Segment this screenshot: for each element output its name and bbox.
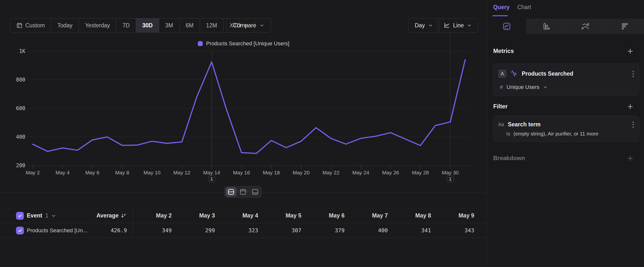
- date-column-header[interactable]: May 2: [130, 208, 172, 223]
- filter-card[interactable]: Aa Search term Is (empty string), Air pu…: [493, 116, 639, 142]
- tab-chart[interactable]: Chart: [517, 4, 531, 11]
- view-tab-funnels[interactable]: [526, 19, 566, 34]
- metrics-heading: Metrics: [493, 48, 514, 55]
- date-cell-value: 379: [303, 223, 345, 238]
- filter-kebab-menu[interactable]: [632, 120, 635, 130]
- annotation-badge[interactable]: 1: [447, 175, 454, 182]
- line-chart[interactable]: 1K800600400200May 2May 4May 6May 8May 10…: [0, 0, 487, 197]
- y-axis-label: 200: [16, 163, 25, 168]
- chart-only-icon: [239, 188, 247, 195]
- x-axis-label: May 20: [293, 170, 310, 175]
- date-cell-value: 343: [432, 223, 474, 238]
- date-column-header[interactable]: May 5: [260, 208, 301, 223]
- insights-line-icon: [502, 22, 511, 31]
- metric-card[interactable]: A Products Searched # Unique Users: [493, 64, 639, 96]
- x-axis-label: May 24: [352, 170, 369, 175]
- x-axis-label: May 28: [412, 170, 429, 175]
- y-axis-label: 1K: [19, 48, 26, 54]
- plus-icon: [626, 103, 634, 110]
- main-panel: CustomTodayYesterday7D30D3M6M12MXTD Comp…: [0, 0, 487, 267]
- date-cell-value: 323: [216, 223, 258, 238]
- chevron-down-icon: [543, 85, 548, 89]
- layout-split-button[interactable]: [225, 187, 237, 197]
- date-cell-value: 400: [346, 223, 388, 238]
- x-axis-label: May 14: [203, 170, 220, 175]
- filter-condition[interactable]: Is (empty string), Air purifier, or 11 m…: [506, 131, 598, 137]
- kebab-icon: [632, 121, 634, 129]
- date-column-header[interactable]: May 4: [216, 208, 258, 223]
- annotation-badge[interactable]: 1: [208, 175, 215, 182]
- x-axis-label: May 2: [26, 170, 40, 175]
- active-tab-underline: [492, 15, 508, 16]
- add-breakdown-button[interactable]: [626, 155, 634, 162]
- table-header-row: Event 1 Average May 2May 3May 4May 5May …: [0, 208, 487, 223]
- event-cursor-icon: [510, 70, 518, 78]
- filter-heading: Filter: [493, 103, 508, 110]
- layout-table-only-button[interactable]: [250, 187, 261, 197]
- date-column-header[interactable]: May 7: [346, 208, 388, 223]
- add-filter-button[interactable]: [626, 103, 634, 110]
- x-axis-label: May 6: [85, 170, 100, 175]
- series-line: [33, 60, 465, 153]
- metric-name: Products Searched: [522, 71, 574, 77]
- date-cell-value: 307: [260, 223, 301, 238]
- table-only-icon: [252, 188, 259, 195]
- x-axis-label: May 4: [56, 170, 70, 175]
- string-type-icon: Aa: [498, 122, 504, 127]
- aggregation-prefix: #: [500, 84, 503, 90]
- y-axis-label: 400: [16, 134, 25, 140]
- metric-aggregation-selector[interactable]: # Unique Users: [500, 84, 548, 90]
- y-axis-label: 600: [16, 105, 25, 111]
- date-column-header[interactable]: May 9: [432, 208, 474, 223]
- metric-series-badge: A: [498, 70, 506, 78]
- tab-query[interactable]: Query: [493, 4, 510, 11]
- x-axis-label: May 10: [144, 170, 161, 175]
- plus-icon: [626, 48, 634, 55]
- x-axis-label: May 30: [442, 170, 459, 175]
- bar-funnel-icon: [542, 22, 550, 31]
- view-tab-retention[interactable]: [605, 19, 644, 34]
- add-metric-button[interactable]: [626, 48, 634, 55]
- date-cell-value: 349: [130, 223, 172, 238]
- split-view-icon: [227, 188, 235, 195]
- filter-value: (empty string), Air purifier, or 11 more: [514, 131, 598, 137]
- kebab-icon: [632, 70, 634, 78]
- table-row[interactable]: Products Searched [Un... 426.9 349299323…: [0, 223, 487, 238]
- date-cell-value: 341: [389, 223, 431, 238]
- x-axis-label: May 8: [115, 170, 129, 175]
- view-tab-flows[interactable]: [566, 19, 605, 34]
- date-column-header[interactable]: May 6: [303, 208, 345, 223]
- plus-icon: [626, 155, 634, 162]
- filter-property-name: Search term: [508, 121, 540, 128]
- grid-dots-icon: [620, 22, 629, 31]
- x-axis-label: May 16: [233, 170, 250, 175]
- date-column-header[interactable]: May 8: [389, 208, 431, 223]
- layout-toggle-group: [224, 186, 262, 198]
- metric-kebab-menu[interactable]: [632, 70, 635, 79]
- x-axis-label: May 26: [382, 170, 399, 175]
- chart-view-tabs: [487, 19, 644, 34]
- date-column-headers: May 2May 3May 4May 5May 6May 7May 8May 9: [0, 208, 487, 223]
- breakdown-heading: Breakdown: [493, 155, 525, 162]
- y-axis-label: 800: [16, 77, 25, 83]
- date-column-header[interactable]: May 3: [173, 208, 215, 223]
- layout-chart-only-button[interactable]: [238, 187, 249, 197]
- x-axis-label: May 22: [322, 170, 340, 175]
- date-cell-value: 299: [173, 223, 215, 238]
- x-axis-label: May 12: [174, 170, 190, 175]
- date-column-values: 349299323307379400341343: [0, 223, 487, 238]
- filter-operator: Is: [506, 131, 510, 137]
- aggregation-label: Unique Users: [506, 84, 539, 90]
- flow-icon: [580, 22, 590, 31]
- table-column-divider: [133, 208, 133, 238]
- x-axis-label: May 18: [263, 170, 280, 175]
- view-tab-insights[interactable]: [487, 19, 526, 34]
- query-sidebar: Query Chart Metrics A Products Searched …: [487, 0, 644, 267]
